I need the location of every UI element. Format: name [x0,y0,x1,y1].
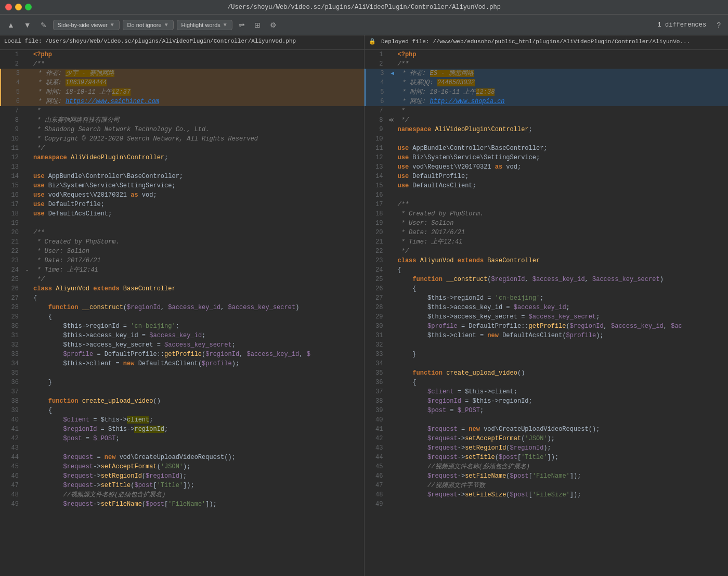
table-row: 39 { [0,406,364,415]
table-row: 29 { [0,312,364,322]
table-row: 13 use vod\Request\V20170321 as vod; [365,162,729,172]
table-row: 26 class AliyunVod extends BaseControlle… [0,284,364,293]
table-row: 2 /** [365,59,729,69]
table-row: 11 use AppBundle\Controller\BaseControll… [365,144,729,153]
help-button[interactable]: ? [713,19,724,31]
diff-container[interactable]: 1 <?php 2 /** 3 * 作者: 少宇 - 赛驰网络 4 * 联系: … [0,50,728,576]
table-row: 16 use vod\Request\V20170321 as vod; [0,190,364,200]
table-row: 7 * [365,106,729,116]
table-row: 18 * Created by PhpStorm. [365,209,729,219]
table-row: 47 //视频源文件字节数 [365,481,729,490]
table-row: 6 * 网址: https://www.saichinet.com [0,97,364,106]
table-row: 49 $request->setFileName($post['FileName… [0,500,364,509]
table-row: 40 $client = $this->client; [0,415,364,425]
table-row: 11 */ [0,144,364,153]
grid-icon[interactable]: ⊞ [251,19,264,31]
table-row: 45 $request->setAcceptFormat('JSON'); [0,462,364,471]
table-row: 42 $post = $_POST; [0,434,364,443]
table-row: 46 $request->setRegionId($regionId); [0,471,364,481]
highlight-dropdown[interactable]: Highlight words ▼ [177,20,232,30]
table-row: 41 $regionId = $this->regionId; [0,425,364,434]
table-row: 5 * 时间: 18-10-11 上午12:37 [0,87,364,97]
ignore-dropdown[interactable]: Do not ignore ▼ [123,20,174,30]
table-row: 21 * Time: 上午12:41 [365,237,729,247]
right-file-path: 🔒 Deployed file: //www/web/edusoho/publi… [365,35,729,49]
table-row: 23 * Date: 2017/6/21 [0,256,364,265]
table-row: 38 function create_upload_video() [0,396,364,406]
table-row: 21 * Created by PhpStorm. [0,237,364,247]
table-row: 19 * User: Solion [365,219,729,228]
table-row: 32 $this->access_key_secret = $access_ke… [0,340,364,350]
table-row: 32 [365,340,729,350]
table-row: 14 use AppBundle\Controller\BaseControll… [0,172,364,181]
table-row: 22 * User: Solion [0,247,364,256]
table-row: 35 function create_upload_video() [365,368,729,378]
edit-button[interactable]: ✎ [37,19,50,31]
table-row: 5 * 时间: 18-10-11 上午12:38 [365,87,729,97]
table-row: 35 [0,368,364,378]
table-row: 17 /** [365,200,729,209]
table-row: 10 * Copyright © 2012-2020 Search Networ… [0,134,364,144]
nav-prev-button[interactable]: ▲ [4,19,18,31]
table-row: 9 namespace AliVideoPlugin\Controller; [365,125,729,134]
table-row: 33 } [365,350,729,359]
table-row: 4 * 联系QQ: 2446503032 [365,78,729,87]
ignore-chevron: ▼ [164,22,169,28]
table-row: 44 $request->setTitle($post['Title']); [365,453,729,462]
table-row: 28 function __construct($regionId, $acce… [0,303,364,312]
table-row: 6 * 网址: http://www.shopia.cn [365,97,729,106]
maximize-button[interactable] [25,4,32,10]
table-row: 38 $regionId = $this->regionId; [365,396,729,406]
file-headers: Local file: /Users/shoyu/Web/video.sc/pl… [0,35,728,50]
table-row: 30 $this->regionId = 'cn-beijing'; [0,322,364,331]
table-row: 12 namespace AliVideoPlugin\Controller; [0,153,364,162]
table-row: 10 [365,134,729,144]
settings-icon[interactable]: ⇌ [236,19,248,31]
table-row: 3 * 作者: 少宇 - 赛驰网络 [0,69,364,78]
table-row: 25 function __construct($regionId, $acce… [365,275,729,284]
table-row: 40 [365,415,729,425]
table-row: 1 <?php [0,50,364,59]
left-file-path: Local file: /Users/shoyu/Web/video.sc/pl… [0,35,365,49]
minimize-button[interactable] [15,4,22,10]
table-row: 42 $request->setAcceptFormat('JSON'); [365,434,729,443]
table-row: 47 $request->setTitle($post['Title']); [0,481,364,490]
table-row: 34 $this->client = new DefaultAcsClient(… [0,359,364,368]
table-row: 27 { [0,293,364,303]
close-button[interactable] [5,4,12,10]
table-row: 25 */ [0,275,364,284]
table-row: 37 $client = $this->client; [365,387,729,396]
table-row: 19 [0,219,364,228]
table-row: 8 * 山东赛驰网络科技有限公司 [0,116,364,125]
table-row: 16 [365,190,729,200]
table-row: 2 /** [0,59,364,69]
table-row: 30 $profile = DefaultProfile::getProfile… [365,322,729,331]
gear-icon[interactable]: ⚙ [267,19,280,31]
table-row: 20 /** [0,228,364,237]
table-row: 29 $this->access_key_secret = $access_ke… [365,312,729,322]
left-pane: 1 <?php 2 /** 3 * 作者: 少宇 - 赛驰网络 4 * 联系: … [0,50,365,576]
table-row: 4 * 联系: 18639794444 [0,78,364,87]
viewer-dropdown[interactable]: Side-by-side viewer ▼ [53,20,120,30]
table-row: 23 class AliyunVod extends BaseControlle… [365,256,729,265]
table-row: 34 [365,359,729,368]
table-row: 45 //视频源文件名称(必须包含扩展名) [365,462,729,471]
table-row: 14 use DefaultProfile; [365,172,729,181]
table-row: 41 $request = new vod\CreateUploadVideoR… [365,425,729,434]
table-row: 1 <?php [365,50,729,59]
table-row: 43 $request->setRegionId($regionId); [365,443,729,453]
table-row: 36 } [0,378,364,387]
table-row: 20 * Date: 2017/6/21 [365,228,729,237]
toolbar: ▲ ▼ ✎ Side-by-side viewer ▼ Do not ignor… [0,15,728,35]
nav-next-button[interactable]: ▼ [21,19,34,31]
table-row: 9 * Shandong Search Network Technology C… [0,125,364,134]
table-row: 36 { [365,378,729,387]
table-row: 18 use DefaultAcsClient; [0,209,364,219]
table-row: 28 $this->access_key_id = $access_key_id… [365,303,729,312]
table-row: 33 $profile = DefaultProfile::getProfile… [0,350,364,359]
table-row: 48 $request->setFileSize($post['FileSize… [365,490,729,500]
table-row: 8 ≪ */ [365,116,729,125]
table-row: 3 ◀ * 作者: ES - 腾悉网络 [365,69,729,78]
viewer-chevron: ▼ [110,22,115,28]
window-controls [5,4,32,10]
